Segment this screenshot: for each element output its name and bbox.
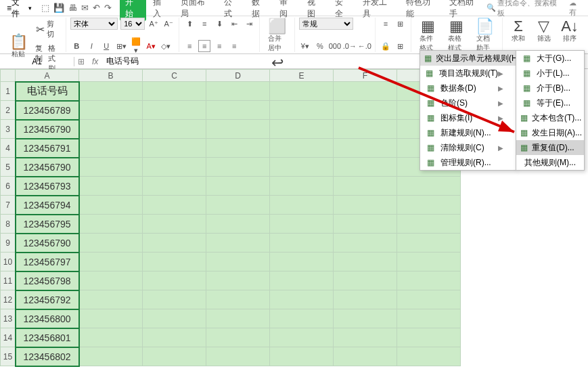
cell[interactable]: [270, 271, 334, 290]
cell[interactable]: [334, 347, 397, 366]
cell[interactable]: [143, 347, 206, 366]
redo-icon[interactable]: ↷: [104, 3, 112, 13]
protect-button[interactable]: 🔒: [380, 40, 392, 52]
align-middle-button[interactable]: ≡: [198, 18, 210, 30]
cell[interactable]: [143, 139, 206, 158]
cell[interactable]: 123456791: [16, 139, 79, 158]
align-left-button[interactable]: ≡: [183, 40, 196, 52]
fx-expand-icon[interactable]: ⊞: [74, 57, 88, 66]
cell[interactable]: [206, 271, 270, 290]
font-size-select[interactable]: 16: [120, 18, 145, 30]
row-header[interactable]: 3: [1, 120, 16, 139]
cell[interactable]: [143, 271, 206, 290]
border-button[interactable]: ⊞▾: [115, 40, 127, 52]
cell[interactable]: [79, 139, 143, 158]
row-header[interactable]: 12: [1, 290, 16, 309]
menu-item[interactable]: ▦管理规则(R)...: [420, 155, 516, 170]
menu-item[interactable]: ▦文本包含(T)...: [516, 110, 584, 125]
menu-item[interactable]: ▦项目选取规则(T)▶: [420, 66, 516, 81]
row-header[interactable]: 1: [1, 82, 16, 101]
cell[interactable]: [270, 290, 334, 309]
cell[interactable]: [334, 309, 397, 328]
cell[interactable]: [334, 196, 397, 215]
cell[interactable]: [397, 347, 461, 366]
cell[interactable]: [206, 253, 270, 271]
menu-item[interactable]: ▦大于(G)...: [516, 51, 584, 66]
cell[interactable]: [270, 82, 334, 101]
undo-icon[interactable]: ↶: [93, 3, 100, 13]
conditional-format-button[interactable]: ▦ 条件格式: [415, 18, 441, 54]
row-header[interactable]: 14: [1, 328, 16, 347]
cell[interactable]: [206, 177, 270, 196]
cell[interactable]: [206, 234, 270, 253]
menu-item[interactable]: ▦清除规则(C)▶: [420, 140, 516, 155]
sort-button[interactable]: A↓ 排序: [558, 18, 581, 45]
cell[interactable]: [206, 196, 270, 215]
cloud-status[interactable]: ☁ 有: [569, 0, 585, 18]
cell[interactable]: [206, 82, 270, 101]
cell[interactable]: [143, 215, 206, 234]
cell[interactable]: 123456792: [16, 290, 79, 309]
cell[interactable]: [270, 309, 334, 328]
cell[interactable]: 123456793: [16, 177, 79, 196]
insert-button[interactable]: ⊞: [394, 40, 407, 52]
cell[interactable]: 123456798: [16, 271, 79, 290]
cell[interactable]: [270, 347, 334, 366]
cell[interactable]: [206, 158, 270, 177]
increase-font-button[interactable]: A⁺: [148, 18, 160, 30]
cell[interactable]: [334, 290, 397, 309]
cell[interactable]: 123456790: [16, 234, 79, 253]
comma-button[interactable]: 000: [329, 40, 341, 52]
cell[interactable]: [79, 234, 143, 253]
align-right-button[interactable]: ≡: [213, 40, 225, 52]
cell[interactable]: [79, 120, 143, 139]
cell[interactable]: 123456794: [16, 196, 79, 215]
cell[interactable]: [79, 101, 143, 120]
cell[interactable]: [206, 309, 270, 328]
cell[interactable]: [397, 177, 461, 196]
cell[interactable]: [334, 101, 397, 120]
rows-button[interactable]: ≡: [380, 18, 392, 30]
col-header-D[interactable]: D: [206, 70, 270, 82]
decrease-font-button[interactable]: A⁻: [162, 18, 175, 30]
cell[interactable]: [79, 177, 143, 196]
menu-item[interactable]: ▦突出显示单元格规则(H)▶: [420, 51, 516, 66]
cell[interactable]: [206, 290, 270, 309]
col-header-A[interactable]: A: [16, 70, 79, 82]
cell[interactable]: [143, 158, 206, 177]
cell[interactable]: 电话号码: [16, 82, 79, 101]
grid[interactable]: A B C D E F G 1电话号码212345678931234567904…: [0, 69, 461, 366]
cell[interactable]: [270, 101, 334, 120]
col-header-F[interactable]: F: [334, 70, 397, 82]
name-box[interactable]: A1: [0, 57, 74, 66]
row-header[interactable]: 7: [1, 196, 16, 215]
mail-icon[interactable]: ✉: [81, 3, 89, 13]
cell[interactable]: [143, 253, 206, 271]
cell[interactable]: [334, 271, 397, 290]
paste-button[interactable]: 📋 粘贴: [7, 33, 30, 60]
search-box[interactable]: 查找命令、搜索模板: [487, 0, 562, 18]
fill-color-button[interactable]: 🟧▾: [130, 40, 142, 52]
cell[interactable]: [206, 139, 270, 158]
cell[interactable]: 123456802: [16, 347, 79, 366]
underline-button[interactable]: U: [100, 40, 112, 52]
cell[interactable]: [79, 271, 143, 290]
align-justify-button[interactable]: ≡: [228, 40, 240, 52]
row-header[interactable]: 4: [1, 139, 16, 158]
menu-item[interactable]: 其他规则(M)...: [516, 155, 584, 170]
font-name-select[interactable]: 宋体: [70, 18, 118, 30]
cell[interactable]: [270, 215, 334, 234]
cut-button[interactable]: ✂ 剪切: [32, 18, 62, 41]
row-header[interactable]: 10: [1, 253, 16, 271]
menu-item[interactable]: ▦图标集(I)▶: [420, 110, 516, 125]
cell[interactable]: [334, 215, 397, 234]
row-header[interactable]: 9: [1, 234, 16, 253]
row-header[interactable]: 15: [1, 347, 16, 366]
filter-button[interactable]: ▽ 筛选: [533, 18, 556, 45]
cell[interactable]: [397, 234, 461, 253]
cell[interactable]: [79, 158, 143, 177]
align-center-button[interactable]: ≡: [198, 40, 210, 52]
bold-button[interactable]: B: [70, 40, 83, 52]
cell[interactable]: [334, 177, 397, 196]
cell[interactable]: [270, 139, 334, 158]
